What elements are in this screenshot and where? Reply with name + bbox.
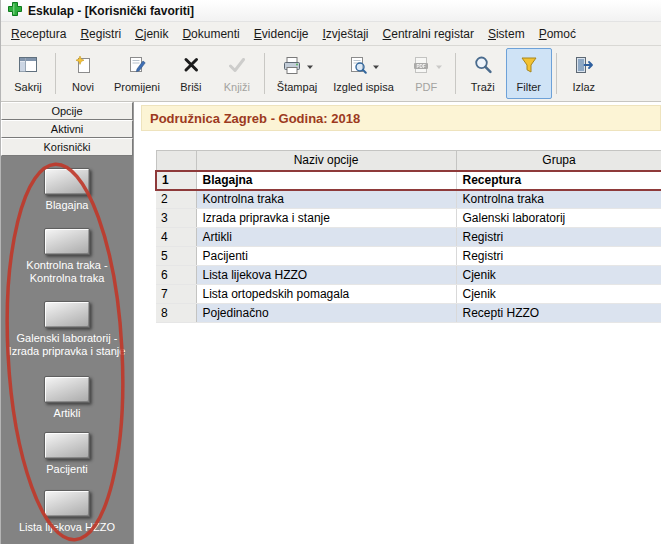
- cell-naziv[interactable]: Pacijenti: [196, 247, 456, 266]
- shortcut-lista-lijekova-hzzo[interactable]: Lista lijekova HZZO: [1, 490, 133, 534]
- toolbar-separator: [556, 53, 557, 94]
- menu-dokumenti[interactable]: Dokumenti: [175, 22, 246, 45]
- branch-year-banner: Podružnica Zagreb - Godina: 2018: [141, 105, 661, 131]
- table-row[interactable]: 7 Lista ortopedskih pomagala Cjenik: [156, 285, 661, 304]
- row-number-cell: 5: [156, 247, 196, 266]
- shortcut-button-icon[interactable]: [44, 301, 90, 328]
- cell-naziv[interactable]: Pojedinačno: [196, 304, 456, 323]
- shortcut-button-icon[interactable]: [44, 432, 90, 459]
- shortcut-label: Blagajna: [7, 199, 127, 212]
- favorites-table: Naziv opcije Grupa 1 Blagajna Receptura …: [155, 150, 661, 323]
- shortcut-button-icon[interactable]: [44, 376, 90, 403]
- menu-bar: Receptura Registri Cjenik Dokumenti Evid…: [1, 22, 661, 46]
- hide-panel-button[interactable]: Sakrij: [5, 48, 51, 99]
- dropdown-arrow-icon[interactable]: [372, 64, 380, 70]
- row-number-cell: 2: [156, 190, 196, 209]
- sidebar-tab-korisnicki[interactable]: Korisnički: [1, 138, 133, 156]
- exit-button[interactable]: Izlaz: [561, 48, 607, 99]
- post-button[interactable]: Knjiži: [214, 48, 260, 99]
- printer-icon: [281, 54, 303, 80]
- menu-izvjestaji[interactable]: Izvještaji: [316, 22, 376, 45]
- menu-centralni-registar[interactable]: Centralni registar: [376, 22, 481, 45]
- cell-grupa[interactable]: Cjenik: [456, 285, 661, 304]
- sidebar-tab-aktivni[interactable]: Aktivni: [1, 120, 133, 138]
- svg-text:PDF: PDF: [416, 63, 425, 68]
- menu-evidencije[interactable]: Evidencije: [247, 22, 316, 45]
- edit-button[interactable]: Promijeni: [106, 48, 168, 99]
- shortcut-blagajna[interactable]: Blagajna: [1, 168, 133, 212]
- table-row[interactable]: 4 Artikli Registri: [156, 228, 661, 247]
- shortcut-galenski-laboratorij[interactable]: Galenski laboratorij - Izrada pripravka …: [1, 301, 133, 358]
- toolbar-separator: [55, 53, 56, 94]
- edit-icon: [126, 54, 148, 80]
- cell-grupa[interactable]: Cjenik: [456, 266, 661, 285]
- table-row-selected[interactable]: 1 Blagajna Receptura: [156, 171, 661, 190]
- cell-naziv[interactable]: Blagajna: [196, 171, 456, 190]
- cell-naziv[interactable]: Lista lijekova HZZO: [196, 266, 456, 285]
- table-row[interactable]: 3 Izrada pripravka i stanje Galenski lab…: [156, 209, 661, 228]
- shortcut-button-icon[interactable]: [44, 490, 90, 517]
- toolbar: Sakrij Novi Promijeni: [1, 46, 661, 102]
- table-row[interactable]: 8 Pojedinačno Recepti HZZO: [156, 304, 661, 323]
- toolbar-button-label: Izlaz: [572, 81, 595, 93]
- shortcut-button-icon[interactable]: [44, 168, 90, 195]
- cell-grupa[interactable]: Kontrolna traka: [456, 190, 661, 209]
- dropdown-arrow-icon[interactable]: [435, 64, 443, 70]
- toolbar-button-label: Promijeni: [114, 81, 160, 93]
- cell-naziv[interactable]: Lista ortopedskih pomagala: [196, 285, 456, 304]
- toolbar-separator: [455, 53, 456, 94]
- toolbar-button-label: Filter: [517, 81, 541, 93]
- cell-naziv[interactable]: Artikli: [196, 228, 456, 247]
- toolbar-button-label: Štampaj: [277, 81, 317, 93]
- cell-naziv[interactable]: Izrada pripravka i stanje: [196, 209, 456, 228]
- cell-grupa[interactable]: Receptura: [456, 171, 661, 190]
- shortcut-panel: Blagajna Kontrolna traka - Kontrolna tra…: [1, 156, 133, 544]
- filter-button[interactable]: Filter: [506, 48, 552, 99]
- title-bar: Eskulap - [Korisnički favoriti]: [1, 0, 661, 22]
- shortcut-label: Artikli: [7, 407, 127, 420]
- shortcut-label: Kontrolna traka - Kontrolna traka: [7, 259, 127, 285]
- print-button[interactable]: Štampaj: [269, 48, 325, 99]
- row-number-header: [156, 151, 196, 171]
- delete-button[interactable]: Briši: [168, 48, 214, 99]
- app-window: Eskulap - [Korisnički favoriti] Receptur…: [0, 0, 661, 544]
- search-button[interactable]: Traži: [460, 48, 506, 99]
- table-row[interactable]: 6 Lista lijekova HZZO Cjenik: [156, 266, 661, 285]
- menu-registri[interactable]: Registri: [73, 22, 128, 45]
- row-number-cell: 1: [156, 171, 196, 190]
- menu-cjenik[interactable]: Cjenik: [128, 22, 175, 45]
- menu-pomoc[interactable]: Pomoć: [532, 22, 583, 45]
- column-header-naziv-opcije[interactable]: Naziv opcije: [196, 151, 456, 171]
- sidebar-tab-opcije[interactable]: Opcije: [1, 102, 133, 120]
- shortcut-label: Pacijenti: [7, 463, 127, 476]
- hide-panel-icon: [17, 54, 39, 80]
- cell-grupa[interactable]: Recepti HZZO: [456, 304, 661, 323]
- toolbar-button-label: Knjiži: [224, 81, 250, 93]
- shortcut-artikli[interactable]: Artikli: [1, 376, 133, 420]
- filter-funnel-icon: [518, 54, 540, 80]
- toolbar-separator: [264, 53, 265, 94]
- menu-receptura[interactable]: Receptura: [4, 22, 73, 45]
- table-row[interactable]: 5 Pacijenti Registri: [156, 247, 661, 266]
- checkmark-icon: [226, 54, 248, 80]
- dropdown-arrow-icon[interactable]: [306, 64, 314, 70]
- toolbar-button-label: Novi: [72, 81, 94, 93]
- new-button[interactable]: Novi: [60, 48, 106, 99]
- cell-naziv[interactable]: Kontrolna traka: [196, 190, 456, 209]
- cell-grupa[interactable]: Registri: [456, 247, 661, 266]
- shortcut-button-icon[interactable]: [44, 228, 90, 255]
- search-icon: [472, 54, 494, 80]
- pdf-button[interactable]: PDF PDF: [402, 48, 451, 99]
- pdf-icon: PDF: [410, 54, 432, 80]
- cell-grupa[interactable]: Galenski laboratorij: [456, 209, 661, 228]
- cell-grupa[interactable]: Registri: [456, 228, 661, 247]
- shortcut-kontrolna-traka[interactable]: Kontrolna traka - Kontrolna traka: [1, 228, 133, 285]
- table-row[interactable]: 2 Kontrolna traka Kontrolna traka: [156, 190, 661, 209]
- toolbar-button-label: Izgled ispisa: [333, 81, 394, 93]
- menu-sistem[interactable]: Sistem: [481, 22, 532, 45]
- print-preview-button[interactable]: Izgled ispisa: [325, 48, 402, 99]
- toolbar-button-label: Traži: [471, 81, 495, 93]
- column-header-grupa[interactable]: Grupa: [456, 151, 661, 171]
- row-number-cell: 3: [156, 209, 196, 228]
- shortcut-pacijenti[interactable]: Pacijenti: [1, 432, 133, 476]
